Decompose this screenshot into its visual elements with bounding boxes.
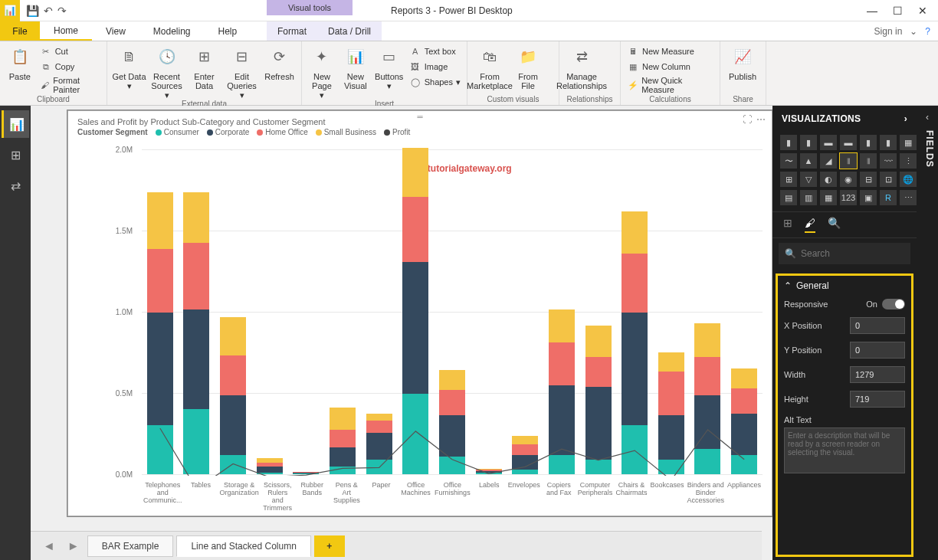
- fields-panel-collapsed[interactable]: ‹ FIELDS: [917, 106, 938, 560]
- chevron-down-icon[interactable]: ⌄: [910, 26, 917, 37]
- maximize-button[interactable]: ☐: [893, 5, 903, 17]
- recent-sources-button[interactable]: 🕓Recent Sources▾: [149, 44, 184, 100]
- collapse-icon[interactable]: ›: [904, 113, 907, 124]
- viz-type-icon[interactable]: ◢: [820, 153, 837, 169]
- responsive-toggle[interactable]: On: [866, 299, 905, 309]
- new-measure-button[interactable]: 🖩New Measure: [625, 44, 715, 58]
- viz-type-icon[interactable]: ▦: [900, 135, 917, 150]
- minimize-button[interactable]: —: [867, 5, 877, 17]
- viz-type-icon[interactable]: ⊟: [860, 172, 877, 187]
- viz-type-icon[interactable]: 123: [840, 190, 857, 205]
- get-data-button[interactable]: 🗎Get Data▾: [112, 44, 146, 90]
- cut-button[interactable]: ✂Cut: [38, 44, 102, 58]
- viz-type-icon[interactable]: 〜: [780, 153, 797, 169]
- add-page-button[interactable]: +: [314, 535, 345, 557]
- bar[interactable]: [726, 368, 763, 474]
- refresh-button[interactable]: ⟳Refresh: [262, 44, 297, 81]
- drag-handle-icon[interactable]: ═: [417, 113, 422, 121]
- save-icon[interactable]: 💾: [26, 5, 39, 17]
- data-view-icon[interactable]: ⊞: [2, 141, 29, 169]
- help-tab[interactable]: Help: [205, 21, 251, 41]
- bar[interactable]: [471, 469, 507, 474]
- view-tab[interactable]: View: [92, 21, 139, 41]
- alttext-input[interactable]: [784, 427, 905, 473]
- viz-type-icon[interactable]: ▬: [840, 135, 857, 150]
- format-tab[interactable]: Format: [267, 21, 317, 41]
- bar[interactable]: [434, 370, 471, 474]
- bar[interactable]: [361, 414, 398, 474]
- page-next-icon[interactable]: ►: [63, 539, 84, 553]
- bar[interactable]: [397, 148, 434, 474]
- viz-type-icon[interactable]: ⋮: [900, 153, 917, 169]
- viz-type-icon[interactable]: ▣: [860, 190, 877, 205]
- general-header[interactable]: ⌃ General: [784, 280, 905, 291]
- expand-icon[interactable]: ‹: [917, 106, 938, 123]
- bar[interactable]: [288, 472, 325, 474]
- viz-type-icon[interactable]: ⊡: [880, 172, 897, 187]
- model-view-icon[interactable]: ⇄: [2, 172, 29, 199]
- bar[interactable]: [653, 352, 690, 474]
- publish-button[interactable]: 📈Publish: [725, 44, 760, 81]
- viz-type-icon[interactable]: ▥: [800, 190, 817, 205]
- image-button[interactable]: 🖼Image: [408, 60, 462, 74]
- from-marketplace-button[interactable]: 🛍From Marketplace: [472, 44, 507, 90]
- bar[interactable]: [179, 192, 215, 474]
- new-column-button[interactable]: ▦New Column: [625, 60, 715, 74]
- new-visual-button[interactable]: 📊New Visual: [340, 44, 371, 90]
- viz-type-icon[interactable]: ▦: [820, 190, 837, 205]
- datadrill-tab[interactable]: Data / Drill: [317, 21, 382, 41]
- focus-mode-icon[interactable]: ⛶: [743, 114, 752, 125]
- undo-icon[interactable]: ↶: [44, 5, 53, 17]
- viz-type-icon[interactable]: ▤: [780, 190, 797, 205]
- paste-button[interactable]: 📋Paste: [5, 44, 35, 81]
- viz-type-icon[interactable]: R: [880, 190, 897, 205]
- format-mode-icon[interactable]: 🖌: [805, 217, 815, 233]
- bar[interactable]: [215, 317, 251, 474]
- page-prev-icon[interactable]: ◄: [38, 539, 60, 553]
- format-search[interactable]: 🔍: [779, 243, 910, 264]
- viz-type-icon[interactable]: ▲: [800, 153, 817, 169]
- close-button[interactable]: ✕: [918, 5, 927, 17]
- page-tab[interactable]: BAR Example: [87, 535, 174, 557]
- bar[interactable]: [251, 458, 288, 474]
- viz-type-icon[interactable]: ▮: [880, 135, 897, 150]
- xpos-input[interactable]: [850, 317, 905, 334]
- viz-type-icon[interactable]: ◐: [820, 172, 837, 187]
- width-input[interactable]: [850, 366, 905, 383]
- modeling-tab[interactable]: Modeling: [139, 21, 205, 41]
- height-input[interactable]: [850, 391, 905, 408]
- viz-type-icon[interactable]: ▬: [820, 135, 837, 150]
- viz-type-icon[interactable]: ⋯: [900, 190, 917, 205]
- new-page-button[interactable]: ✦New Page▾: [307, 44, 337, 100]
- viz-type-icon[interactable]: ⫴: [840, 153, 857, 169]
- buttons-button[interactable]: ▭Buttons▾: [374, 44, 405, 90]
- viz-type-icon[interactable]: ▽: [800, 172, 817, 187]
- edit-queries-button[interactable]: ⊟Edit Queries▾: [225, 44, 259, 100]
- bar[interactable]: [616, 211, 653, 474]
- viz-type-icon[interactable]: 🌐: [900, 172, 917, 187]
- viz-type-icon[interactable]: ▮: [800, 135, 817, 150]
- bar[interactable]: [543, 309, 580, 474]
- home-tab[interactable]: Home: [40, 21, 92, 41]
- new-quick-measure-button[interactable]: ⚡New Quick Measure: [625, 75, 715, 95]
- more-options-icon[interactable]: ⋯: [756, 114, 766, 125]
- copy-button[interactable]: ⧉Copy: [38, 60, 102, 74]
- enter-data-button[interactable]: ⊞Enter Data: [187, 44, 221, 90]
- fields-mode-icon[interactable]: ⊞: [783, 217, 792, 233]
- viz-type-icon[interactable]: 〰: [880, 153, 897, 169]
- viz-type-icon[interactable]: ⊞: [780, 172, 797, 187]
- ypos-input[interactable]: [850, 342, 905, 359]
- report-view-icon[interactable]: 📊: [2, 110, 29, 138]
- shapes-button[interactable]: ◯Shapes▾: [408, 75, 462, 89]
- viz-type-icon[interactable]: ▮: [860, 135, 877, 150]
- analytics-mode-icon[interactable]: 🔍: [828, 217, 841, 233]
- manage-relationships-button[interactable]: ⇄Manage Relationships: [564, 44, 599, 90]
- viz-type-icon[interactable]: ⫴: [860, 153, 877, 169]
- page-tab[interactable]: Line and Stacked Column: [176, 535, 310, 557]
- format-painter-button[interactable]: 🖌Format Painter: [38, 75, 102, 95]
- bar[interactable]: [507, 436, 543, 474]
- viz-type-icon[interactable]: ◉: [840, 172, 857, 187]
- signin-button[interactable]: Sign in: [874, 26, 903, 37]
- bar[interactable]: [580, 326, 617, 474]
- report-canvas[interactable]: ═ ⛶ ⋯ Sales and Profit by Product Sub-Ca…: [31, 106, 772, 560]
